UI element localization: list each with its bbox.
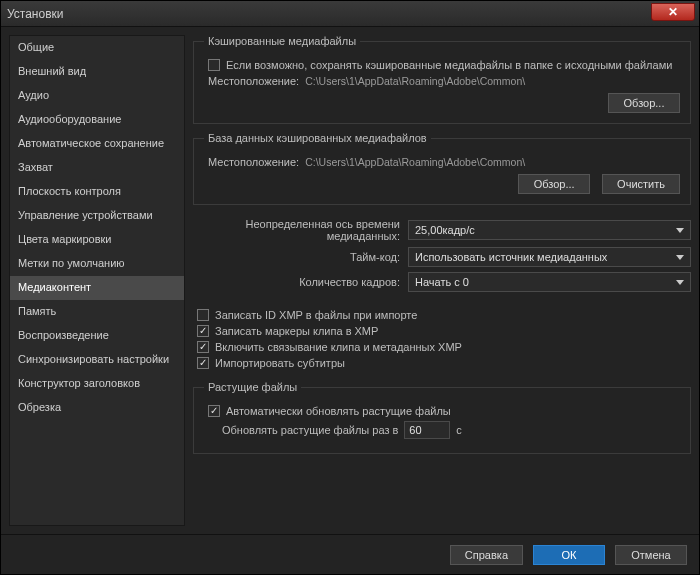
sidebar-item[interactable]: Конструктор заголовков [10,372,184,396]
cached-media-group: Кэшированные медиафайлы Если возможно, с… [193,35,691,124]
import-subtitles-checkbox[interactable] [197,357,209,369]
sidebar-item[interactable]: Общие [10,36,184,60]
titlebar: Установки ✕ [1,1,699,27]
write-clip-markers-label: Записать маркеры клипа в XMP [215,325,378,337]
auto-refresh-growing-label: Автоматически обновлять растущие файлы [226,405,451,417]
write-xmp-id-checkbox[interactable] [197,309,209,321]
cancel-button[interactable]: Отмена [615,545,687,565]
timebase-select[interactable]: 25,00кадр/с [408,220,691,240]
db-location-label: Местоположение: [208,156,299,168]
preferences-window: Установки ✕ ОбщиеВнешний видАудиоАудиооб… [0,0,700,575]
chevron-down-icon [676,255,684,260]
framecount-label: Количество кадров: [193,276,408,288]
chevron-down-icon [676,280,684,285]
ok-button[interactable]: ОК [533,545,605,565]
link-clip-metadata-label: Включить связывание клипа и метаданных X… [215,341,462,353]
sidebar-item[interactable]: Плоскость контроля [10,180,184,204]
db-clean-button[interactable]: Очистить [602,174,680,194]
sidebar-item[interactable]: Память [10,300,184,324]
sidebar-item[interactable]: Захват [10,156,184,180]
timebase-value: 25,00кадр/с [415,224,475,236]
write-clip-markers-checkbox[interactable] [197,325,209,337]
refresh-interval-suffix: с [456,424,462,436]
timebase-label: Неопределенная ось времени медиаданных: [193,218,408,242]
link-clip-metadata-checkbox[interactable] [197,341,209,353]
growing-files-group: Растущие файлы Автоматически обновлять р… [193,381,691,454]
growing-files-legend: Растущие файлы [204,381,301,393]
checkbox-section: Записать ID XMP в файлы при импорте Запи… [193,305,691,373]
auto-refresh-growing-checkbox[interactable] [208,405,220,417]
sidebar-item[interactable]: Воспроизведение [10,324,184,348]
cache-location-value: C:\Users\1\AppData\Roaming\Adobe\Common\ [305,75,525,87]
close-button[interactable]: ✕ [651,3,695,21]
cache-db-group: База данных кэшированных медиафайлов Мес… [193,132,691,205]
sidebar-item[interactable]: Метки по умолчанию [10,252,184,276]
window-body: ОбщиеВнешний видАудиоАудиооборудованиеАв… [1,27,699,534]
save-with-source-label: Если возможно, сохранять кэшированные ме… [226,59,672,71]
sidebar-item[interactable]: Внешний вид [10,60,184,84]
chevron-down-icon [676,228,684,233]
help-button[interactable]: Справка [450,545,523,565]
sidebar-item[interactable]: Аудио [10,84,184,108]
sidebar-item[interactable]: Цвета маркировки [10,228,184,252]
cached-media-legend: Кэшированные медиафайлы [204,35,360,47]
cache-db-legend: База данных кэшированных медиафайлов [204,132,431,144]
sidebar-item[interactable]: Аудиооборудование [10,108,184,132]
form-section: Неопределенная ось времени медиаданных: … [193,213,691,297]
settings-main: Кэшированные медиафайлы Если возможно, с… [193,35,691,526]
cache-browse-button[interactable]: Обзор... [608,93,680,113]
timecode-value: Использовать источник медиаданных [415,251,607,263]
cache-location-label: Местоположение: [208,75,299,87]
framecount-select[interactable]: Начать с 0 [408,272,691,292]
refresh-interval-input[interactable]: 60 [404,421,450,439]
category-sidebar: ОбщиеВнешний видАудиоАудиооборудованиеАв… [9,35,185,526]
sidebar-item[interactable]: Синхронизировать настройки [10,348,184,372]
sidebar-item[interactable]: Обрезка [10,396,184,420]
import-subtitles-label: Импортировать субтитры [215,357,345,369]
refresh-interval-prefix: Обновлять растущие файлы раз в [222,424,398,436]
db-location-value: C:\Users\1\AppData\Roaming\Adobe\Common\ [305,156,525,168]
timecode-label: Тайм-код: [193,251,408,263]
db-browse-button[interactable]: Обзор... [518,174,590,194]
sidebar-item[interactable]: Управление устройствами [10,204,184,228]
dialog-footer: Справка ОК Отмена [1,534,699,574]
window-title: Установки [7,7,63,21]
sidebar-item[interactable]: Автоматическое сохранение [10,132,184,156]
save-with-source-checkbox[interactable] [208,59,220,71]
sidebar-item[interactable]: Медиаконтент [10,276,184,300]
write-xmp-id-label: Записать ID XMP в файлы при импорте [215,309,417,321]
timecode-select[interactable]: Использовать источник медиаданных [408,247,691,267]
close-icon: ✕ [668,5,678,19]
framecount-value: Начать с 0 [415,276,469,288]
